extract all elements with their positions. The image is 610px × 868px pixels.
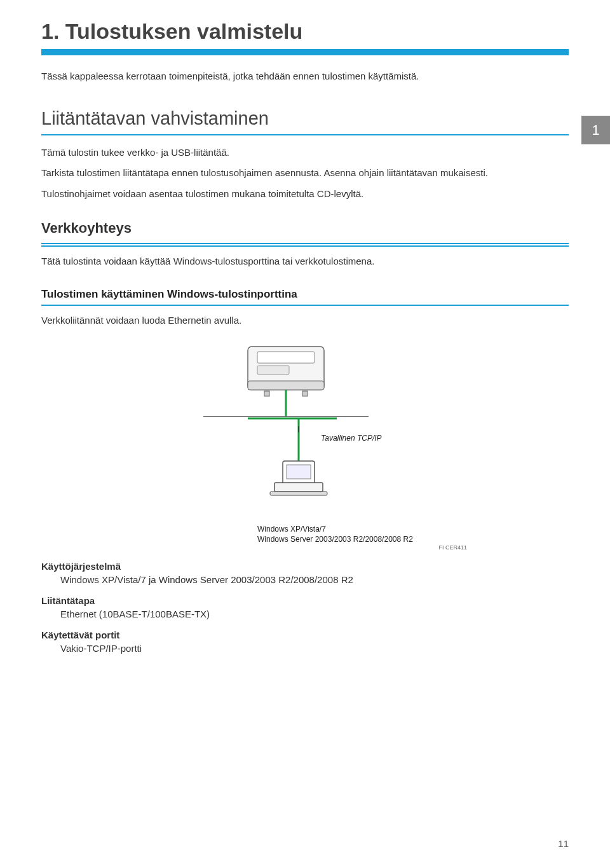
spec-list: Käyttöjärjestelmä Windows XP/Vista/7 ja … bbox=[41, 561, 569, 654]
svg-rect-3 bbox=[248, 381, 324, 390]
svg-rect-14 bbox=[270, 492, 327, 495]
spec-port-label: Käytettävät portit bbox=[41, 630, 569, 640]
svg-rect-12 bbox=[287, 465, 311, 479]
subsub-p1: Verkkoliitännät voidaan luoda Ethernetin… bbox=[41, 313, 569, 328]
subsection-heading: Verkkoyhteys bbox=[41, 220, 569, 237]
section-heading: Liitäntätavan vahvistaminen bbox=[41, 108, 569, 129]
svg-rect-5 bbox=[302, 391, 308, 396]
diagram-os1: Windows XP/Vista/7 bbox=[257, 525, 569, 535]
subsub-rule bbox=[41, 305, 569, 306]
network-diagram: Tavallinen TCP/IP bbox=[41, 340, 569, 518]
spec-os-label: Käyttöjärjestelmä bbox=[41, 561, 569, 572]
diagram-svg: Tavallinen TCP/IP bbox=[172, 340, 438, 518]
diagram-os-caption: Windows XP/Vista/7 Windows Server 2003/2… bbox=[257, 525, 569, 544]
tcpip-label: Tavallinen TCP/IP bbox=[321, 434, 382, 443]
chapter-intro: Tässä kappaleessa kerrotaan toimenpiteis… bbox=[41, 69, 569, 84]
computer-icon bbox=[270, 461, 327, 495]
subsection-rule bbox=[41, 243, 569, 247]
diagram-os2: Windows Server 2003/2003 R2/2008/2008 R2 bbox=[257, 535, 569, 545]
spec-conn-value: Ethernet (10BASE-T/100BASE-TX) bbox=[60, 609, 569, 619]
section-p2: Tarkista tulostimen liitäntätapa ennen t… bbox=[41, 166, 569, 181]
spec-conn-label: Liitäntätapa bbox=[41, 595, 569, 606]
svg-rect-13 bbox=[274, 483, 323, 492]
section-p3: Tulostinohjaimet voidaan asentaa tulosti… bbox=[41, 187, 569, 202]
subsection-p1: Tätä tulostinta voidaan käyttää Windows-… bbox=[41, 254, 569, 269]
spec-os-value: Windows XP/Vista/7 ja Windows Server 200… bbox=[60, 574, 569, 585]
printer-icon bbox=[248, 347, 324, 396]
chapter-title: 1. Tulostuksen valmistelu bbox=[41, 19, 569, 44]
page-content: 1. Tulostuksen valmistelu Tässä kappalee… bbox=[0, 0, 610, 683]
svg-rect-2 bbox=[257, 366, 289, 375]
svg-rect-4 bbox=[264, 391, 269, 396]
chapter-rule bbox=[41, 49, 569, 55]
subsub-heading: Tulostimen käyttäminen Windows-tulostinp… bbox=[41, 288, 569, 301]
spec-port-value: Vakio-TCP/IP-portti bbox=[60, 643, 569, 654]
section-rule bbox=[41, 134, 569, 135]
svg-rect-1 bbox=[257, 352, 315, 363]
diagram-image-id: FI CER411 bbox=[41, 544, 467, 551]
section-p1: Tämä tulostin tukee verkko- ja USB-liitä… bbox=[41, 146, 569, 160]
page-number: 11 bbox=[558, 838, 569, 849]
